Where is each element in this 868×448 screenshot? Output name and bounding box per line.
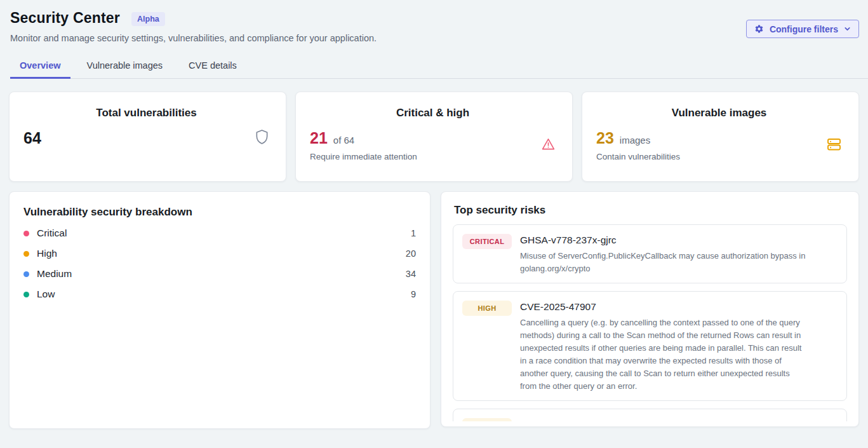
- breakdown-label: High: [37, 248, 406, 259]
- total-vulnerabilities-value: 64: [23, 129, 41, 147]
- stat-card-total-vulnerabilities: Total vulnerabilities 64: [9, 92, 286, 182]
- risk-description: Misuse of ServerConfig.PublicKeyCallback…: [520, 250, 807, 275]
- page-header: Security Center Alpha Monitor and manage…: [0, 0, 868, 43]
- vulnerable-images-suffix: images: [620, 135, 650, 146]
- risk-id: CVE-2025-9086: [520, 418, 591, 421]
- stat-card-title: Total vulnerabilities: [23, 107, 269, 119]
- breakdown-list: Critical 1 High 20 Medium 34 Low 9: [23, 223, 416, 304]
- top-security-risks-panel: Top security risks CRITICAL GHSA-v778-23…: [441, 191, 859, 427]
- risk-id: CVE-2025-47907: [520, 301, 807, 313]
- vulnerability-breakdown-panel: Vulnerability security breakdown Critica…: [9, 191, 431, 429]
- breakdown-row-low: Low 9: [23, 284, 416, 304]
- breakdown-value: 20: [406, 248, 416, 259]
- risk-description: Cancelling a query (e.g. by cancelling t…: [520, 316, 807, 393]
- stat-card-critical-high: Critical & high 21 of 64 Require immedia…: [295, 92, 573, 182]
- vulnerable-images-subtext: Contain vulnerabilities: [596, 152, 826, 161]
- severity-badge: CRITICAL: [462, 234, 512, 249]
- gear-icon: [754, 24, 764, 34]
- breakdown-title: Vulnerability security breakdown: [23, 205, 416, 219]
- stat-cards-row: Total vulnerabilities 64 Critical & high…: [9, 92, 859, 182]
- page-title: Security Center: [10, 10, 120, 27]
- breakdown-value: 34: [406, 269, 416, 279]
- tab-vulnerable-images[interactable]: Vulnerable images: [77, 55, 173, 79]
- critical-high-subtext: Require immediate attention: [310, 152, 541, 161]
- critical-high-value: 21: [310, 129, 328, 147]
- stat-card-vulnerable-images: Vulnerable images 23 images Contain vuln…: [582, 92, 859, 182]
- configure-filters-button[interactable]: Configure filters: [746, 20, 859, 38]
- critical-high-suffix: of 64: [333, 135, 354, 146]
- breakdown-label: Medium: [37, 268, 406, 280]
- risk-item-ghsa-v778-237x-gjrc[interactable]: CRITICAL GHSA-v778-237x-gjrc Misuse of S…: [453, 224, 847, 283]
- critical-dot-icon: [23, 231, 29, 236]
- top-risks-title: Top security risks: [454, 203, 847, 217]
- high-dot-icon: [23, 251, 29, 257]
- breakdown-row-critical: Critical 1: [23, 223, 416, 243]
- severity-badge: HIGH: [462, 301, 512, 316]
- medium-dot-icon: [23, 271, 29, 277]
- low-dot-icon: [23, 292, 29, 297]
- stat-card-title: Vulnerable images: [596, 107, 842, 119]
- breakdown-value: 1: [411, 228, 416, 238]
- breakdown-value: 9: [411, 289, 416, 299]
- page-subtitle: Monitor and manage security settings, vu…: [10, 33, 859, 43]
- vulnerable-images-value: 23: [596, 129, 614, 147]
- tab-overview[interactable]: Overview: [10, 55, 70, 79]
- tab-cve-details[interactable]: CVE details: [179, 55, 246, 79]
- severity-badge: HIGH: [462, 418, 512, 421]
- risk-item-cve-2025-9086[interactable]: HIGH CVE-2025-9086: [453, 409, 847, 421]
- breakdown-row-medium: Medium 34: [23, 264, 416, 284]
- breakdown-label: Low: [37, 288, 411, 300]
- breakdown-label: Critical: [37, 227, 411, 239]
- warning-triangle-icon: [541, 137, 556, 154]
- configure-filters-label: Configure filters: [770, 24, 838, 34]
- alpha-badge: Alpha: [131, 12, 165, 26]
- tab-bar: Overview Vulnerable images CVE details: [10, 55, 868, 79]
- stacked-images-icon: [826, 137, 842, 154]
- chevron-down-icon: [844, 25, 851, 32]
- risk-id: GHSA-v778-237x-gjrc: [520, 234, 807, 247]
- risk-item-cve-2025-47907[interactable]: HIGH CVE-2025-47907 Cancelling a query (…: [453, 291, 847, 401]
- breakdown-row-high: High 20: [23, 243, 416, 264]
- shield-icon: [255, 129, 269, 147]
- stat-card-title: Critical & high: [310, 107, 556, 119]
- risk-list: CRITICAL GHSA-v778-237x-gjrc Misuse of S…: [453, 224, 847, 421]
